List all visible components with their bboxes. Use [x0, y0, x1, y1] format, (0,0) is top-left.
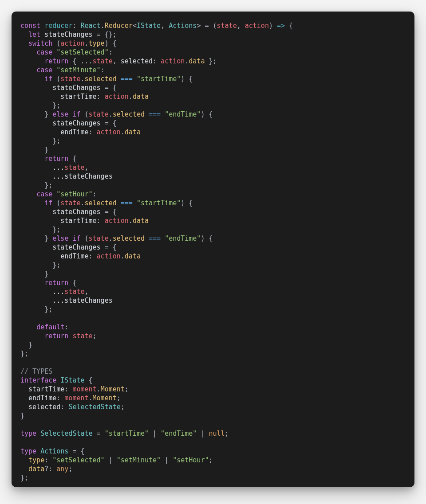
- code-block[interactable]: const reducer: React.Reducer<IState, Act…: [12, 12, 414, 487]
- code-snippet-frame: const reducer: React.Reducer<IState, Act…: [12, 12, 414, 487]
- code-content: const reducer: React.Reducer<IState, Act…: [20, 22, 293, 482]
